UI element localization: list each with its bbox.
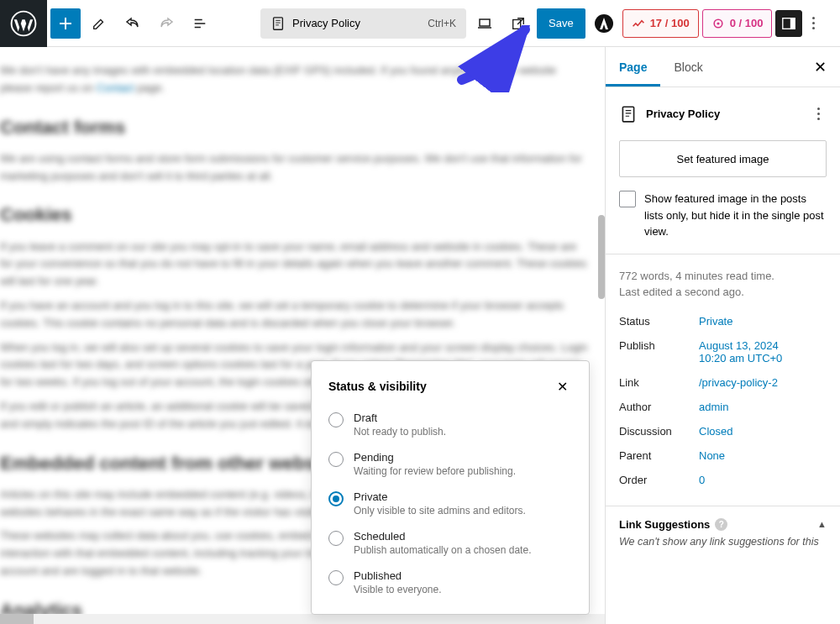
radio-icon <box>328 452 344 467</box>
vertical-scrollbar-thumb[interactable] <box>598 215 605 299</box>
settings-sidebar: Page Block ✕ Privacy Policy Set featured… <box>605 47 840 624</box>
undo-icon <box>124 15 141 32</box>
featured-image-checkbox[interactable] <box>619 191 636 207</box>
settings-sidebar-toggle[interactable] <box>775 10 802 37</box>
publish-date-value[interactable]: August 13, 2024 <box>699 339 782 352</box>
last-edited-text: Last edited a second ago. <box>619 284 827 301</box>
contact-link[interactable]: Contact <box>97 81 134 94</box>
popover-close-button[interactable]: ✕ <box>552 376 572 396</box>
readability-score-value: 0 / 100 <box>730 17 764 29</box>
radio-icon <box>328 570 344 585</box>
redo-icon <box>158 15 175 32</box>
visibility-option-private[interactable]: PrivateOnly visible to site admins and e… <box>328 490 572 517</box>
discussion-value[interactable]: Closed <box>699 425 732 438</box>
seo-icon <box>632 17 645 30</box>
set-featured-image-button[interactable]: Set featured image <box>619 140 827 177</box>
astra-icon[interactable] <box>589 8 619 39</box>
svg-rect-1 <box>274 17 283 29</box>
radio-icon <box>328 491 344 506</box>
popover-title: Status & visibility <box>328 380 427 393</box>
body-text: We are using contact forms and store for… <box>0 150 588 186</box>
seo-score-badge[interactable]: 17 / 100 <box>622 9 699 38</box>
sidebar-page-title: Privacy Policy <box>646 107 802 120</box>
redo-button[interactable] <box>151 8 181 39</box>
word-count-text: 772 words, 4 minutes read time. <box>619 268 827 285</box>
help-icon[interactable]: ? <box>715 518 727 531</box>
tab-page[interactable]: Page <box>606 47 660 87</box>
readability-score-badge[interactable]: 0 / 100 <box>702 9 773 38</box>
readability-icon <box>711 17 725 30</box>
view-desktop-button[interactable] <box>470 8 500 39</box>
parent-value[interactable]: None <box>699 449 725 462</box>
seo-score-value: 17 / 100 <box>650 17 690 29</box>
body-text: We don't have any images with embedded l… <box>0 64 556 94</box>
sidebar-icon <box>781 16 796 31</box>
document-title: Privacy Policy <box>292 17 421 29</box>
svg-rect-9 <box>622 107 633 122</box>
horizontal-scrollbar-thumb[interactable] <box>0 614 34 624</box>
author-value[interactable]: admin <box>699 401 728 413</box>
publish-time-value[interactable]: 10:20 am UTC+0 <box>699 352 782 364</box>
horizontal-scrollbar[interactable] <box>0 614 605 624</box>
tab-block[interactable]: Block <box>660 47 716 87</box>
document-bar[interactable]: Privacy Policy Ctrl+K <box>260 8 466 39</box>
body-text: If you have an account and you log in to… <box>0 297 588 333</box>
external-icon <box>511 16 526 31</box>
svg-point-6 <box>717 22 719 24</box>
link-suggestions-panel-toggle[interactable]: Link Suggestions ? ▲ <box>606 506 840 536</box>
editor-canvas[interactable]: We don't have any images with embedded l… <box>0 47 605 624</box>
svg-rect-8 <box>790 18 795 29</box>
visibility-option-published[interactable]: PublishedVisible to everyone. <box>328 569 572 595</box>
chevron-up-icon: ▲ <box>817 519 827 529</box>
sidebar-close-button[interactable]: ✕ <box>800 47 840 87</box>
body-text: If you leave a comment on our site you m… <box>0 239 588 291</box>
page-actions-menu[interactable] <box>811 101 827 127</box>
keyboard-hint: Ctrl+K <box>428 18 456 29</box>
laptop-icon <box>476 15 493 32</box>
visibility-option-scheduled[interactable]: ScheduledPublish automatically on a chos… <box>328 530 572 556</box>
options-menu-button[interactable] <box>806 10 822 36</box>
pencil-icon <box>92 16 107 31</box>
radio-icon <box>328 412 344 427</box>
view-page-button[interactable] <box>503 8 533 39</box>
plus-icon <box>57 15 74 32</box>
edit-tool-button[interactable] <box>84 8 114 39</box>
wordpress-logo[interactable] <box>0 0 47 47</box>
page-icon <box>270 16 286 31</box>
order-value[interactable]: 0 <box>699 474 705 486</box>
save-button[interactable]: Save <box>537 8 585 39</box>
visibility-option-draft[interactable]: DraftNot ready to publish. <box>328 412 572 438</box>
heading-cookies: Cookies <box>0 200 588 229</box>
link-suggestions-message: We can't show any link suggestions for t… <box>606 536 840 558</box>
svg-rect-2 <box>480 19 490 26</box>
page-icon <box>619 105 638 123</box>
undo-button[interactable] <box>118 8 148 39</box>
document-overview-button[interactable] <box>185 8 215 39</box>
svg-rect-3 <box>513 19 521 29</box>
list-icon <box>192 16 207 31</box>
status-value[interactable]: Private <box>699 315 732 328</box>
radio-icon <box>328 531 344 546</box>
status-visibility-popover: Status & visibility ✕ DraftNot ready to … <box>311 360 590 615</box>
visibility-option-pending[interactable]: PendingWaiting for review before publish… <box>328 451 572 477</box>
permalink-value[interactable]: /privacy-policy-2 <box>699 376 778 389</box>
add-block-button[interactable] <box>50 8 81 39</box>
heading-contact-forms: Contact forms <box>0 113 588 142</box>
featured-image-checkbox-label: Show featured image in the posts lists o… <box>644 191 827 240</box>
